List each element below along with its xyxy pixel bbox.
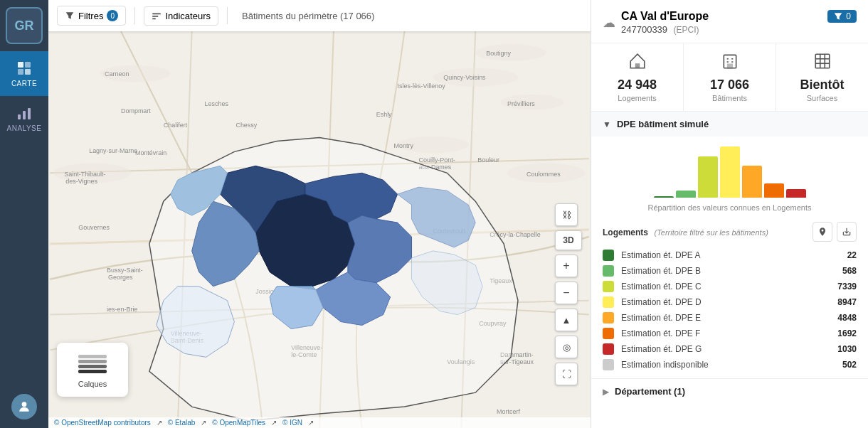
fullscreen-button[interactable]: ⛶ xyxy=(555,363,578,385)
buildings-label: Bâtiments du périmètre (17 066) xyxy=(236,7,380,25)
chart-bar xyxy=(742,166,762,198)
etalab-link[interactable]: © Etalab xyxy=(168,419,196,427)
stat-batiments-label: Bâtiments xyxy=(691,94,768,102)
dpe-item-count: 4848 xyxy=(828,313,857,323)
map-container: Filtres 0 Indicateurs Bâtiments du périm… xyxy=(48,0,591,428)
dpe-item-label: Estimation ét. DPE A xyxy=(621,250,828,260)
3d-button[interactable]: 3D xyxy=(555,230,582,250)
panel-title: CA Val d'Europe 247700339 (EPCI) xyxy=(621,10,709,36)
dpe-item-label: Estimation ét. DPE F xyxy=(621,328,828,338)
sidebar-bottom xyxy=(11,394,37,419)
dpe-legend-title: Logements (Territoire filtré sur les bât… xyxy=(603,225,768,238)
map-controls: ⛓ 3D + − ▲ ◎ ⛶ xyxy=(555,203,582,385)
sidebar-item-analyse-label: ANALYSE xyxy=(7,124,42,132)
dpe-item-label: Estimation ét. DPE C xyxy=(621,282,828,291)
omt-external-icon: ↗ xyxy=(271,419,277,427)
dpe-item-count: 502 xyxy=(828,360,857,370)
filter-badge[interactable]: 0 xyxy=(827,10,857,23)
dpe-item-count: 1692 xyxy=(828,328,857,338)
svg-text:Prévilliers: Prévilliers xyxy=(507,100,535,107)
omt-link[interactable]: © OpenMapTiles xyxy=(212,419,265,427)
connect-icon-button[interactable]: ⛓ xyxy=(555,203,578,226)
sidebar: GR CARTE ANALYSE xyxy=(0,0,48,428)
svg-text:Carneon: Carneon xyxy=(105,70,129,77)
svg-rect-4 xyxy=(18,114,21,119)
chart-area: Répartition des valeurs connues en Logem… xyxy=(591,137,868,216)
chart-bar xyxy=(764,183,784,198)
dpe-color-dot xyxy=(603,281,614,292)
dpe-color-dot xyxy=(603,328,614,339)
dpe-section-header[interactable]: ▼ DPE bâtiment simulé xyxy=(591,112,868,137)
dpe-row: Estimation indisponible 502 xyxy=(603,357,857,373)
dpe-section: ▼ DPE bâtiment simulé Répartition des va… xyxy=(591,112,868,379)
dpe-item-count: 1030 xyxy=(828,344,857,354)
stat-surfaces-icon xyxy=(783,52,861,75)
svg-text:Bussy-Saint-: Bussy-Saint- xyxy=(107,267,143,274)
sidebar-item-carte[interactable]: CARTE xyxy=(0,51,48,96)
indicators-label: Indicateurs xyxy=(165,11,211,21)
svg-rect-0 xyxy=(18,62,23,68)
stat-batiments: 17 066 Bâtiments xyxy=(684,43,776,111)
svg-rect-69 xyxy=(78,360,107,363)
svg-text:ies-en-Brie: ies-en-Brie xyxy=(107,306,137,313)
dpe-item-count: 22 xyxy=(828,250,857,260)
map-background[interactable]: Boutigny Prévilliers Quincy-Voisins Carn… xyxy=(48,31,591,428)
stat-surfaces-label: Surfaces xyxy=(783,94,861,102)
svg-text:Montry: Montry xyxy=(394,142,414,149)
dpe-export-button[interactable] xyxy=(837,222,857,242)
svg-text:Georges: Georges xyxy=(108,274,133,281)
svg-text:Bouleur: Bouleur xyxy=(477,156,499,164)
stat-logements-label: Logements xyxy=(598,94,676,102)
indicators-button[interactable]: Indicateurs xyxy=(144,6,218,26)
sidebar-item-analyse[interactable]: ANALYSE xyxy=(0,96,48,141)
layers-popup: Calques xyxy=(57,343,128,397)
svg-rect-9 xyxy=(153,16,159,17)
svg-rect-1 xyxy=(25,62,31,68)
svg-rect-2 xyxy=(18,69,23,75)
bar-chart xyxy=(603,144,857,200)
compass-button[interactable]: ▲ xyxy=(555,309,578,331)
osm-link[interactable]: © OpenStreetMap contributors xyxy=(54,419,151,427)
dpe-color-dot xyxy=(603,296,614,308)
zoom-out-button[interactable]: − xyxy=(555,282,578,304)
avatar[interactable] xyxy=(11,394,37,419)
svg-text:Chessy: Chessy xyxy=(235,122,257,129)
panel-header: ☁ CA Val d'Europe 247700339 (EPCI) 0 xyxy=(591,0,868,43)
svg-text:Quincy-Voisins: Quincy-Voisins xyxy=(443,74,486,81)
svg-text:Coulommes: Coulommes xyxy=(526,171,561,178)
svg-text:Isles-lès-Villenoy: Isles-lès-Villenoy xyxy=(398,82,446,90)
dpe-pin-button[interactable] xyxy=(813,222,832,242)
building-icon xyxy=(721,52,739,70)
dpe-color-dot xyxy=(603,250,614,261)
dpe-row: Estimation ét. DPE A 22 xyxy=(603,247,857,263)
panel-title-group: CA Val d'Europe 247700339 (EPCI) xyxy=(621,10,709,36)
dpe-legend: Logements (Territoire filtré sur les bât… xyxy=(591,216,868,378)
area-icon xyxy=(813,52,832,70)
locate-button[interactable]: ◎ xyxy=(555,336,578,358)
svg-point-7 xyxy=(22,402,27,407)
svg-text:Gouvernes: Gouvernes xyxy=(78,224,110,231)
svg-rect-71 xyxy=(635,63,640,68)
svg-rect-5 xyxy=(23,111,26,119)
map-attribution: © OpenStreetMap contributors ↗ © Etalab … xyxy=(48,417,591,428)
svg-rect-77 xyxy=(727,64,732,68)
dpe-color-dot xyxy=(603,343,614,355)
ign-link[interactable]: © IGN xyxy=(282,419,302,427)
dpe-section-title: DPE bâtiment simulé xyxy=(617,119,709,129)
svg-text:Couilly-Pont-: Couilly-Pont- xyxy=(419,156,455,164)
stat-logements-value: 24 948 xyxy=(598,77,676,92)
layers-label: Calques xyxy=(78,380,107,388)
layers-icon xyxy=(75,351,110,377)
dept-header[interactable]: ▶ Département (1) xyxy=(603,386,857,397)
chart-bar xyxy=(676,191,696,198)
dpe-row: Estimation ét. DPE D 8947 xyxy=(603,294,857,310)
zoom-in-button[interactable]: + xyxy=(555,255,578,277)
svg-text:Chalifert: Chalifert xyxy=(164,122,188,129)
dpe-item-count: 8947 xyxy=(828,297,857,307)
dept-section: ▶ Département (1) xyxy=(591,379,868,404)
svg-rect-68 xyxy=(78,365,107,368)
filters-button[interactable]: Filtres 0 xyxy=(57,6,126,26)
toolbar-sep-1 xyxy=(134,7,135,24)
filters-label: Filtres xyxy=(78,11,103,21)
chart-subtitle: Répartition des valeurs connues en Logem… xyxy=(603,203,857,212)
